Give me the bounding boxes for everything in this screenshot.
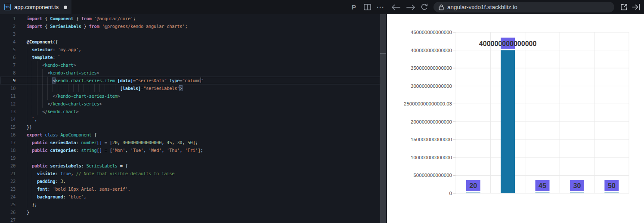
y-axis-tick-label: 50000000000000 — [413, 173, 452, 178]
code-lines: 1import { Component } from '@angular/cor… — [0, 15, 387, 223]
code-line[interactable]: 10[labels]="seriesLabels"> — [0, 84, 380, 92]
code-line[interactable]: 4@Component({ — [0, 38, 380, 46]
code-line[interactable]: 24background: 'blue', — [0, 193, 380, 201]
y-axis-tick-label: 150000000000000 — [411, 137, 452, 142]
preview-pane: 4500000000000004000000000000003500000000… — [387, 14, 644, 223]
chart-column[interactable] — [570, 192, 584, 193]
y-axis-tick-label: 450000000000000 — [411, 30, 452, 35]
line-number: 16 — [0, 131, 15, 139]
line-number: 23 — [0, 185, 15, 193]
code-line[interactable]: 2import { SeriesLabels } from '@progress… — [0, 22, 380, 30]
code-editor[interactable]: 1import { Component } from '@angular/cor… — [0, 14, 387, 223]
code-line[interactable]: 3 — [0, 30, 380, 38]
code-line[interactable]: 6template: ` — [0, 53, 380, 61]
chart-column[interactable] — [604, 192, 619, 193]
line-number: 2 — [0, 22, 15, 30]
refresh-icon — [420, 3, 428, 11]
code-line[interactable]: 18public categories: string[] = ['Mon', … — [0, 146, 380, 154]
dock-right-icon — [632, 4, 640, 10]
y-axis-tick-label: 100000000000000 — [411, 155, 452, 160]
line-number: 22 — [0, 177, 15, 185]
prettier-icon: P — [352, 3, 356, 11]
line-number: 19 — [0, 154, 15, 162]
unsaved-changes-dot-icon — [64, 6, 67, 9]
code-line[interactable]: 1import { Component } from '@angular/cor… — [0, 15, 380, 22]
line-number: 21 — [0, 170, 15, 177]
line-number: 24 — [0, 193, 15, 201]
code-line[interactable]: 27 — [0, 216, 380, 223]
code-line[interactable]: 16export class AppComponent { — [0, 131, 380, 139]
line-number: 20 — [0, 162, 15, 170]
lock-icon — [439, 4, 444, 10]
y-axis-tick-label: 350000000000000 — [411, 65, 452, 71]
series-label: 20 — [469, 182, 477, 189]
code-line[interactable]: 22padding: 3, — [0, 177, 380, 185]
code-line[interactable]: 17public seriesData: number[] = [20, 400… — [0, 139, 380, 146]
y-axis-tick-label: 200000000000000 — [411, 119, 452, 124]
open-external-icon — [620, 3, 628, 11]
code-line[interactable]: 20public seriesLabels: SeriesLabels = { — [0, 162, 380, 170]
top-bar: TS app.component.ts P ··· — [0, 0, 644, 14]
dock-panel-right-button[interactable] — [629, 0, 642, 14]
more-options-button[interactable]: ··· — [375, 0, 386, 14]
code-line[interactable]: 8<kendo-chart-series> — [0, 69, 380, 77]
y-axis-tick-label: 0 — [449, 191, 452, 196]
line-number: 9 — [0, 77, 15, 84]
prettier-format-button[interactable]: P — [349, 0, 359, 14]
code-line[interactable]: 26} — [0, 208, 380, 216]
refresh-preview-button[interactable] — [418, 0, 430, 14]
series-label: 45 — [539, 182, 546, 189]
code-line[interactable]: 23font: 'bold 16px Arial, sans-serif', — [0, 185, 380, 193]
split-view-icon — [364, 4, 371, 10]
line-number: 1 — [0, 15, 15, 22]
code-line[interactable]: 14`, — [0, 115, 380, 123]
line-number: 12 — [0, 100, 15, 108]
code-line[interactable]: 11</kendo-chart-series-item> — [0, 92, 380, 100]
preview-address-bar[interactable]: angular-vxdo1f.stackblitz.io — [433, 2, 614, 12]
line-number: 26 — [0, 208, 15, 216]
code-line[interactable]: 19 — [0, 154, 380, 162]
code-line[interactable]: 12</kendo-chart-series> — [0, 100, 380, 108]
line-number: 15 — [0, 123, 15, 131]
editor-tab-app-component[interactable]: TS app.component.ts — [0, 0, 71, 14]
code-line[interactable]: 21visible: true, // Note that visible de… — [0, 170, 380, 177]
kendo-column-chart: 4500000000000004000000000000003500000000… — [387, 14, 644, 223]
y-axis-tick-label: 300000000000000 — [411, 84, 452, 89]
line-number: 4 — [0, 38, 15, 46]
split-view-button[interactable] — [362, 0, 372, 14]
code-line[interactable]: 15}) — [0, 123, 380, 131]
series-label: 400000000000000 — [479, 40, 537, 47]
code-line[interactable]: 13</kendo-chart> — [0, 108, 380, 115]
line-number: 25 — [0, 201, 15, 208]
line-number: 3 — [0, 30, 15, 38]
typescript-file-icon: TS — [4, 4, 11, 10]
chart-column[interactable] — [501, 50, 515, 193]
line-number: 27 — [0, 216, 15, 223]
arrow-right-icon — [406, 4, 415, 10]
series-label: 50 — [608, 182, 616, 189]
line-number: 7 — [0, 61, 15, 69]
nav-forward-button[interactable] — [404, 0, 418, 14]
line-number: 10 — [0, 84, 15, 92]
chart-column[interactable] — [536, 192, 550, 193]
line-number: 14 — [0, 115, 15, 123]
code-line[interactable]: 25}; — [0, 201, 380, 208]
line-number: 13 — [0, 108, 15, 115]
editor-scrollbar[interactable] — [380, 14, 386, 223]
preview-url: angular-vxdo1f.stackblitz.io — [447, 4, 517, 10]
y-axis-tick-label: 250000000000000.03 — [404, 101, 452, 106]
line-number: 5 — [0, 46, 15, 53]
code-line[interactable]: 9<kendo-chart-series-item [data]="series… — [0, 77, 380, 84]
editor-scrollbar-thumb[interactable] — [380, 14, 386, 54]
y-axis-tick-label: 400000000000000 — [411, 48, 452, 53]
line-number: 18 — [0, 146, 15, 154]
open-in-new-window-button[interactable] — [617, 0, 630, 14]
series-label: 30 — [573, 182, 581, 189]
code-line[interactable]: 7<kendo-chart> — [0, 61, 380, 69]
chart-column[interactable] — [466, 192, 480, 193]
line-number: 6 — [0, 53, 15, 61]
nav-back-button[interactable] — [389, 0, 402, 14]
line-number: 11 — [0, 92, 15, 100]
code-line[interactable]: 5selector: 'my-app', — [0, 46, 380, 53]
line-number: 8 — [0, 69, 15, 77]
